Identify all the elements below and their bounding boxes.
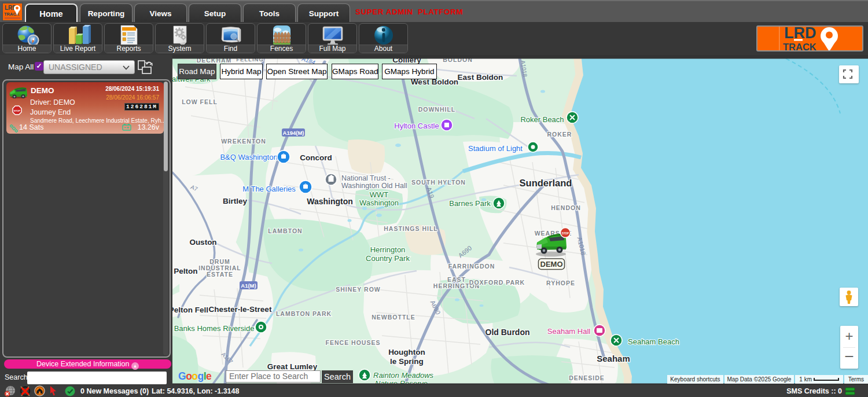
svg-text:FARRINGDON: FARRINGDON — [448, 263, 495, 270]
svg-text:Chester-le-Street: Chester-le-Street — [209, 305, 272, 314]
svg-text:M The Galleries: M The Galleries — [242, 185, 296, 193]
svg-text:Sunderland: Sunderland — [520, 178, 572, 188]
svg-text:TRACK: TRACK — [783, 42, 816, 50]
svg-text:LOW FELL: LOW FELL — [182, 98, 218, 105]
svg-text:Seaham Beach: Seaham Beach — [628, 337, 679, 346]
svg-text:DENESIDE: DENESIDE — [569, 374, 605, 381]
svg-text:DOXFORD PARK: DOXFORD PARK — [469, 279, 525, 286]
svg-text:Ouston: Ouston — [189, 238, 216, 247]
svg-text:STOP: STOP — [562, 232, 569, 235]
svg-text:Country Park: Country Park — [366, 254, 410, 263]
svg-text:NEWBOTTLE: NEWBOTTLE — [372, 314, 415, 321]
svg-text:Old Burdon: Old Burdon — [486, 328, 530, 337]
svg-text:Washington Old Hall: Washington Old Hall — [341, 182, 407, 190]
svg-text:B&Q Washington: B&Q Washington — [220, 153, 277, 161]
svg-text:Hylton Castle: Hylton Castle — [394, 122, 439, 130]
svg-text:SHINEY ROW: SHINEY ROW — [336, 286, 380, 293]
svg-text:Pelton: Pelton — [174, 267, 197, 275]
svg-text:Rainton Meadows: Rainton Meadows — [373, 371, 434, 380]
svg-text:ESTATE: ESTATE — [207, 271, 233, 278]
svg-text:Banks Homes Riverside: Banks Homes Riverside — [174, 324, 255, 333]
svg-text:FENCE HOUSES: FENCE HOUSES — [326, 339, 381, 346]
svg-text:Washington: Washington — [307, 197, 353, 206]
svg-text:WWT: WWT — [370, 190, 389, 199]
svg-text:LAMBTON PARK: LAMBTON PARK — [276, 310, 332, 317]
svg-text:Great Lumley: Great Lumley — [267, 362, 318, 371]
svg-text:East Boldon: East Boldon — [458, 73, 503, 82]
svg-text:A1(M): A1(M) — [241, 282, 256, 289]
svg-text:le Spring: le Spring — [390, 357, 424, 366]
svg-text:Herrington: Herrington — [370, 245, 406, 254]
svg-text:RYHOPE: RYHOPE — [546, 280, 575, 286]
svg-text:ROKER: ROKER — [547, 131, 572, 138]
svg-text:National Trust -: National Trust - — [341, 174, 391, 182]
svg-text:Houghton: Houghton — [388, 348, 425, 356]
svg-text:Washington: Washington — [359, 198, 399, 207]
svg-text:Concord: Concord — [300, 153, 332, 162]
svg-text:SOUTH HYLTON: SOUTH HYLTON — [411, 179, 466, 186]
svg-text:WREKENTON: WREKENTON — [221, 138, 266, 145]
svg-text:DOWNHILL: DOWNHILL — [418, 106, 456, 113]
svg-text:STOP: STOP — [14, 109, 21, 112]
svg-text:Seaham: Seaham — [597, 354, 630, 363]
svg-text:LAMBTON: LAMBTON — [268, 227, 302, 234]
svg-text:DEMO: DEMO — [540, 260, 563, 269]
svg-text:Pelton Fell: Pelton Fell — [172, 306, 208, 314]
svg-text:Stadium of Light: Stadium of Light — [468, 144, 523, 153]
svg-text:HENDON: HENDON — [551, 204, 581, 211]
svg-text:A194(M): A194(M) — [283, 130, 304, 136]
svg-text:HASTINGS HILL: HASTINGS HILL — [384, 225, 438, 232]
svg-text:Seaham Hall: Seaham Hall — [547, 327, 591, 336]
svg-text:Roker Beach: Roker Beach — [520, 115, 564, 124]
svg-text:Birtley: Birtley — [223, 197, 248, 205]
